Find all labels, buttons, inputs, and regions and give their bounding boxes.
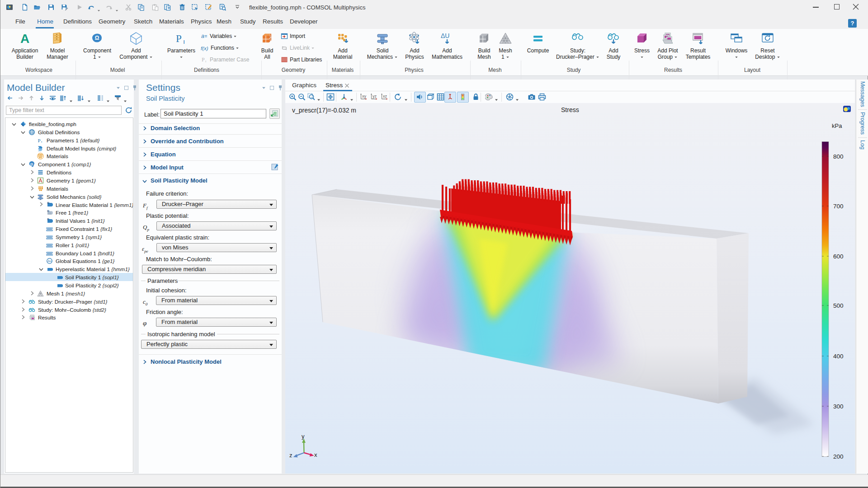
svg-text:yz: yz [373,94,377,99]
svg-text:D: D [47,210,50,212]
svg-text:Ω: Ω [30,162,33,166]
svg-text:Ω: Ω [95,35,99,41]
svg-text:xy: xy [362,94,367,99]
svg-text:ı: ı [41,140,42,144]
svg-text:500: 500 [833,302,844,309]
svg-text:v_prescr(17)=-0.032 m: v_prescr(17)=-0.032 m [292,107,356,114]
svg-text:P: P [176,33,182,44]
svg-text:D: D [47,218,50,221]
svg-text:D: D [47,202,50,204]
svg-text:ı: ı [183,38,185,45]
svg-text:f(x): f(x) [201,46,208,51]
svg-text:xz: xz [383,94,387,99]
svg-text:Stress: Stress [561,106,579,113]
svg-text:kPa: kPa [832,122,842,129]
svg-text:a: a [201,33,204,39]
svg-text:y: y [302,433,305,440]
svg-text:300: 300 [833,403,844,410]
svg-text:z: z [289,452,292,459]
svg-text:ΔU: ΔU [441,32,449,39]
svg-text:700: 700 [833,203,844,210]
svg-text:800: 800 [833,153,844,160]
svg-text:600: 600 [833,253,844,260]
svg-text:A: A [20,32,29,45]
svg-text:400: 400 [833,353,844,360]
svg-text:Δu: Δu [47,259,52,263]
svg-text:ı: ı [205,59,206,63]
svg-text:P: P [38,138,41,143]
svg-text:P: P [202,56,205,63]
svg-text:200: 200 [833,453,844,460]
svg-text:x: x [314,451,317,458]
svg-text:=: = [204,33,207,39]
